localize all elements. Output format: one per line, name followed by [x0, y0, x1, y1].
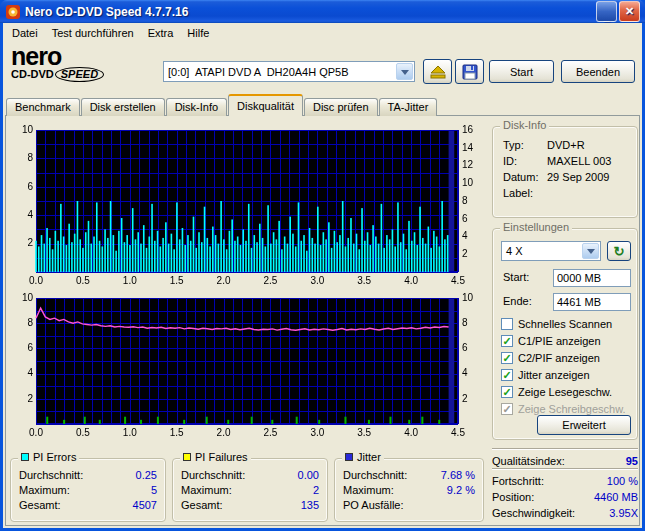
stat-row: Gesamt:135 — [173, 497, 327, 512]
stat-row: Gesamt:4507 — [11, 497, 165, 512]
checkbox-schnelles-scannen[interactable]: Schnelles Scannen — [501, 315, 635, 332]
tab-bar: Benchmark Disk erstellen Disk-Info Diskq… — [6, 94, 438, 116]
close-button[interactable]: ✕ — [619, 1, 640, 22]
tab-benchmark[interactable]: Benchmark — [6, 98, 80, 116]
stat-row: Maximum:5 — [11, 482, 165, 497]
refresh-button[interactable]: ↻ — [607, 241, 631, 261]
diskqualitaet-page: Disk-Info Typ:DVD+R ID:MAXELL 003 Datum:… — [5, 115, 640, 526]
geschwindigkeit-row: Geschwindigkeit: 3.95X — [492, 506, 638, 520]
geschwindigkeit-value: 3.95X — [609, 507, 638, 519]
pif-legend-swatch — [183, 453, 191, 461]
einstellungen-group: Einstellungen 4 X ↻ Start: Ende: Schnell… — [492, 228, 638, 440]
save-icon — [462, 64, 478, 80]
stat-row: Durchschnitt:7.68 % — [335, 467, 483, 482]
checkbox-list: Schnelles Scannen ✓ C1/PIE anzeigen ✓ C2… — [501, 315, 635, 417]
pi-failures-group: PI Failures Durchschnitt:0.00 Maximum:2 … — [172, 458, 328, 522]
stat-row: PO Ausfälle: — [335, 497, 483, 512]
checkbox-c1-pie[interactable]: ✓ C1/PIE anzeigen — [501, 332, 635, 349]
stat-row: Maximum:2 — [173, 482, 327, 497]
pi-errors-group: PI Errors Durchschnitt:0.25 Maximum:5 Ge… — [10, 458, 166, 522]
menu-extra[interactable]: Extra — [141, 25, 181, 41]
disk-id-value: MAXELL 003 — [547, 155, 611, 169]
stat-row: Durchschnitt:0.25 — [11, 467, 165, 482]
titlebar: Nero CD-DVD Speed 4.7.7.16 _ ✕ — [0, 0, 645, 23]
nero-logo: nero CD-DVDSPEED — [11, 44, 161, 80]
menu-test-durchfuehren[interactable]: Test durchführen — [45, 25, 141, 41]
quality-index-row: Qualitätsindex: 95 — [492, 454, 638, 468]
checkbox-box[interactable]: ✓ — [501, 335, 513, 347]
tab-disk-erstellen[interactable]: Disk erstellen — [81, 98, 165, 116]
drive-select-value: [0:0] ATAPI DVD A DH20A4H QP5B — [168, 66, 414, 78]
quit-button[interactable]: Beenden — [561, 60, 635, 83]
menu-datei[interactable]: Datei — [5, 25, 45, 41]
refresh-icon: ↻ — [614, 244, 625, 259]
ende-mb-field[interactable] — [553, 293, 631, 311]
minimize-button[interactable]: _ — [596, 1, 617, 22]
tab-ta-jitter[interactable]: TA-Jitter — [379, 98, 438, 116]
pie-legend-swatch — [21, 453, 29, 461]
start-button[interactable]: Start — [489, 60, 554, 83]
stat-row: Maximum:9.2 % — [335, 482, 483, 497]
pie-chart-canvas — [10, 124, 488, 288]
eject-icon — [430, 65, 446, 79]
jitter-group: Jitter Durchschnitt:7.68 % Maximum:9.2 %… — [334, 458, 484, 522]
position-value: 4460 MB — [594, 491, 638, 503]
einstellungen-title: Einstellungen — [500, 221, 572, 233]
window-title: Nero CD-DVD Speed 4.7.7.16 — [25, 5, 596, 19]
disk-date-value: 29 Sep 2009 — [547, 171, 609, 185]
speed-select[interactable]: 4 X — [501, 241, 601, 261]
menu-hilfe[interactable]: Hilfe — [180, 25, 216, 41]
disk-info-title: Disk-Info — [500, 119, 549, 131]
jitter-title: Jitter — [357, 451, 381, 463]
separator — [492, 468, 638, 470]
checkbox-box[interactable] — [501, 318, 513, 330]
ende-mb-label: Ende: — [503, 295, 532, 307]
nero-window: Nero CD-DVD Speed 4.7.7.16 _ ✕ Datei Tes… — [0, 0, 645, 531]
checkbox-box: ✓ — [501, 403, 513, 415]
fortschritt-row: Fortschritt: 100 % — [492, 474, 638, 488]
tab-diskqualitaet[interactable]: Diskqualität — [228, 94, 303, 116]
checkbox-box[interactable]: ✓ — [501, 369, 513, 381]
disk-type-value: DVD+R — [547, 139, 585, 153]
eject-button[interactable] — [423, 59, 452, 84]
checkbox-jitter[interactable]: ✓ Jitter anzeigen — [501, 366, 635, 383]
drive-select[interactable]: [0:0] ATAPI DVD A DH20A4H QP5B — [163, 61, 415, 82]
checkbox-box[interactable]: ✓ — [501, 386, 513, 398]
stat-row: Durchschnitt:0.00 — [173, 467, 327, 482]
quality-index-value: 95 — [626, 455, 638, 467]
pi-errors-title: PI Errors — [33, 451, 76, 463]
quality-index-label: Qualitätsindex: — [492, 455, 565, 467]
erweitert-button[interactable]: Erweitert — [537, 415, 631, 435]
fortschritt-value: 100 % — [607, 475, 638, 487]
client-area: Datei Test durchführen Extra Hilfe nero … — [3, 23, 642, 528]
pi-failures-title: PI Failures — [195, 451, 248, 463]
position-row: Position: 4460 MB — [492, 490, 638, 504]
chevron-down-icon[interactable] — [396, 63, 413, 80]
jitter-pif-chart-canvas — [10, 292, 488, 440]
start-mb-label: Start: — [503, 271, 529, 283]
disk-info-group: Disk-Info Typ:DVD+R ID:MAXELL 003 Datum:… — [492, 126, 638, 218]
tab-disc-pruefen[interactable]: Disc prüfen — [304, 98, 378, 116]
app-icon — [5, 4, 21, 20]
save-button[interactable] — [455, 59, 484, 84]
checkbox-c2-pif[interactable]: ✓ C2/PIF anzeigen — [501, 349, 635, 366]
menubar: Datei Test durchführen Extra Hilfe — [3, 23, 642, 42]
tab-disk-info[interactable]: Disk-Info — [166, 98, 227, 116]
checkbox-lesegeschw[interactable]: ✓ Zeige Lesegeschw. — [501, 383, 635, 400]
start-mb-field[interactable] — [553, 269, 631, 287]
separator — [492, 448, 638, 450]
chevron-down-icon[interactable] — [582, 243, 599, 259]
checkbox-box[interactable]: ✓ — [501, 352, 513, 364]
jitter-legend-swatch — [345, 453, 353, 461]
